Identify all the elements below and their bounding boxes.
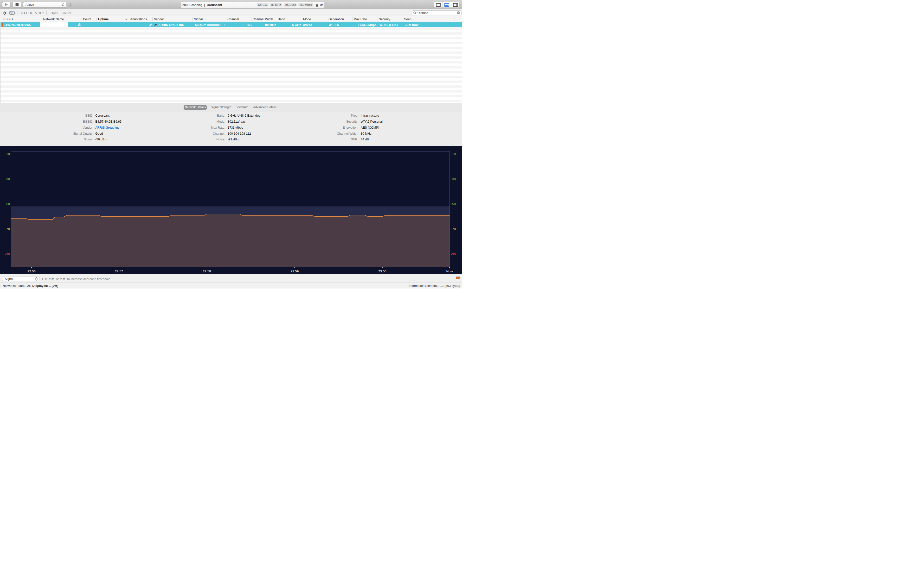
svg-text:Now: Now — [446, 269, 452, 273]
svg-text:22:56: 22:56 — [27, 269, 36, 273]
svg-text:-10: -10 — [5, 152, 10, 156]
svg-text:22:57: 22:57 — [115, 269, 123, 273]
svg-text:-90: -90 — [451, 252, 456, 256]
svg-text:-70: -70 — [5, 227, 10, 231]
svg-text:-50: -50 — [451, 202, 456, 206]
svg-text:-70: -70 — [451, 227, 456, 231]
svg-text:-90: -90 — [5, 252, 10, 256]
svg-text:22:59: 22:59 — [291, 269, 299, 273]
svg-text:-30: -30 — [5, 177, 10, 181]
svg-text:23:00: 23:00 — [378, 269, 386, 273]
svg-text:22:58: 22:58 — [203, 269, 211, 273]
svg-text:-50: -50 — [5, 202, 10, 206]
svg-text:-10: -10 — [451, 152, 456, 156]
svg-text:-30: -30 — [451, 177, 456, 181]
